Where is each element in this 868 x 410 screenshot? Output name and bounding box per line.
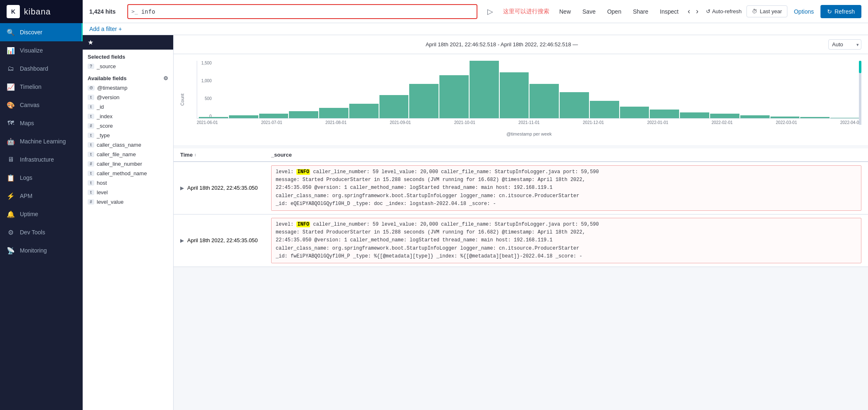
field-type-t4: t	[88, 133, 94, 138]
selected-fields-label: Selected fields	[88, 54, 125, 60]
field-item-type[interactable]: t _type	[83, 131, 173, 140]
col-source-header: _source	[271, 152, 861, 158]
row-time-cell: ▶ April 18th 2022, 22:45:35.050	[180, 218, 271, 263]
sidebar-item-visualize[interactable]: 📊 Visualize	[0, 41, 83, 60]
nav-next-button[interactable]: ›	[694, 6, 701, 17]
sidebar-item-timelion[interactable]: 📈 Timelion	[0, 78, 83, 96]
field-item-id[interactable]: t _id	[83, 102, 173, 112]
field-name-level: level	[97, 189, 168, 195]
field-item-score[interactable]: # _score	[83, 121, 173, 131]
sidebar-item-machine-learning[interactable]: 🤖 Machine Learning	[0, 132, 83, 150]
nav-prev-button[interactable]: ‹	[685, 6, 693, 17]
sidebar-item-canvas[interactable]: 🎨 Canvas	[0, 96, 83, 114]
field-item-source[interactable]: ? _source	[83, 62, 173, 71]
save-button[interactable]: Save	[577, 6, 601, 17]
refresh-spin-icon: ↻	[827, 8, 832, 15]
sidebar-item-monitoring[interactable]: 📡 Monitoring	[0, 241, 83, 260]
x-label-3: 2021-08-01	[325, 120, 346, 125]
share-button[interactable]: Share	[628, 6, 653, 17]
sidebar-item-label: Discover	[20, 29, 42, 36]
inspect-button[interactable]: Inspect	[655, 6, 684, 17]
field-name-index: _index	[97, 113, 168, 119]
sidebar-item-apm[interactable]: ⚡ APM	[0, 187, 83, 205]
info-highlight: INFO	[296, 222, 310, 227]
sidebar-item-uptime[interactable]: 🔔 Uptime	[0, 205, 83, 223]
field-type-time: ⏱	[88, 86, 95, 91]
chart-bar	[800, 117, 830, 118]
field-item-index[interactable]: t _index	[83, 112, 173, 121]
sidebar-item-logs[interactable]: 📋 Logs	[0, 169, 83, 187]
sidebar-item-label: Monitoring	[20, 247, 47, 254]
sort-indicator[interactable]: ↕	[194, 153, 196, 157]
refresh-icon: ↺	[706, 8, 711, 14]
add-filter-button[interactable]: Add a filter +	[89, 26, 122, 32]
sidebar-item-maps[interactable]: 🗺 Maps	[0, 114, 83, 132]
open-button[interactable]: Open	[602, 6, 626, 17]
auto-refresh-button[interactable]: ↺ Auto-refresh	[703, 6, 745, 17]
refresh-label: Refresh	[835, 8, 855, 15]
hits-count: 1,424 hits	[89, 8, 122, 15]
field-name-host: host	[97, 180, 168, 186]
chart-bar	[289, 111, 318, 118]
field-item-caller-method[interactable]: t caller_method_name	[83, 169, 173, 178]
field-item-caller-class[interactable]: t caller_class_name	[83, 140, 173, 150]
visualize-icon: 📊	[7, 46, 15, 55]
options-button[interactable]: Options	[789, 6, 819, 17]
refresh-button[interactable]: ↻ Refresh	[820, 5, 861, 18]
field-item-timestamp[interactable]: ⏱ @timestamp	[83, 83, 173, 93]
sidebar-item-label: Visualize	[20, 47, 43, 54]
auto-select[interactable]: Auto	[828, 39, 861, 50]
field-item-caller-line[interactable]: # caller_line_number	[83, 159, 173, 169]
chart-bar	[500, 72, 529, 118]
sidebar-item-dashboard[interactable]: 🗂 Dashboard	[0, 60, 83, 78]
field-name-version: @version	[97, 94, 168, 100]
field-item-level-value[interactable]: # level_value	[83, 197, 173, 207]
discover-icon: 🔍	[7, 28, 15, 36]
time-range-label: Last year	[760, 8, 782, 14]
x-label-10: 2022-03-01	[776, 120, 797, 125]
field-type-t8: t	[88, 180, 94, 186]
field-name-timestamp: @timestamp	[97, 85, 168, 91]
chart-bar	[349, 104, 379, 118]
sidebar-item-discover[interactable]: 🔍 Discover	[0, 23, 83, 41]
topbar-actions: New Save Open Share Inspect ‹ › ↺ Auto-r…	[554, 5, 861, 18]
gear-icon[interactable]: ⚙	[163, 75, 168, 81]
auto-refresh-label: Auto-refresh	[712, 8, 742, 14]
sidebar-item-label: Machine Learning	[20, 138, 66, 145]
dev-tools-icon: ⚙	[7, 228, 15, 236]
search-prefix: >_	[131, 8, 138, 14]
row-source-cell: level: INFO caller_line_number: 59 level…	[271, 165, 861, 211]
sidebar-item-infrastructure[interactable]: 🖥 Infrastructure	[0, 150, 83, 169]
x-label-11: 2022-04-01	[840, 120, 861, 125]
field-type-t7: t	[88, 171, 94, 176]
x-label-2: 2021-07-01	[261, 120, 282, 125]
field-item-version[interactable]: t @version	[83, 93, 173, 102]
logs-icon: 📋	[7, 174, 15, 182]
sidebar-nav: 🔍 Discover 📊 Visualize 🗂 Dashboard 📈 Tim…	[0, 23, 83, 410]
chart-bar	[620, 107, 649, 118]
monitoring-icon: 📡	[7, 246, 15, 255]
results-table: Time ↕ _source ▶ April 18th 2022, 22:45:…	[174, 148, 868, 267]
sidebar: K kibana 🔍 Discover 📊 Visualize 🗂 Dashbo…	[0, 0, 83, 410]
field-item-level[interactable]: t level	[83, 188, 173, 197]
new-button[interactable]: New	[554, 6, 576, 17]
search-submit-button[interactable]: ▷	[486, 7, 495, 16]
field-type-t: t	[88, 95, 94, 100]
chart-bar	[650, 110, 679, 118]
sidebar-item-label: Infrastructure	[20, 156, 54, 163]
field-item-caller-file[interactable]: t caller_file_name	[83, 150, 173, 159]
field-item-host[interactable]: t host	[83, 178, 173, 188]
field-type-question: ?	[88, 64, 94, 69]
row-expand-button[interactable]: ▶	[180, 238, 184, 243]
auto-select-wrapper: Auto	[828, 39, 861, 50]
sidebar-item-dev-tools[interactable]: ⚙ Dev Tools	[0, 223, 83, 241]
chart-bar	[259, 114, 289, 118]
search-value[interactable]: info	[141, 8, 155, 15]
table-header: Time ↕ _source	[174, 148, 868, 162]
time-range-button[interactable]: ⏱ Last year	[746, 5, 787, 17]
chart-bar	[409, 84, 439, 118]
chart-bar	[710, 114, 739, 118]
row-expand-button[interactable]: ▶	[180, 185, 184, 191]
field-type-t9: t	[88, 190, 94, 195]
chart-scrollbar	[859, 61, 861, 125]
